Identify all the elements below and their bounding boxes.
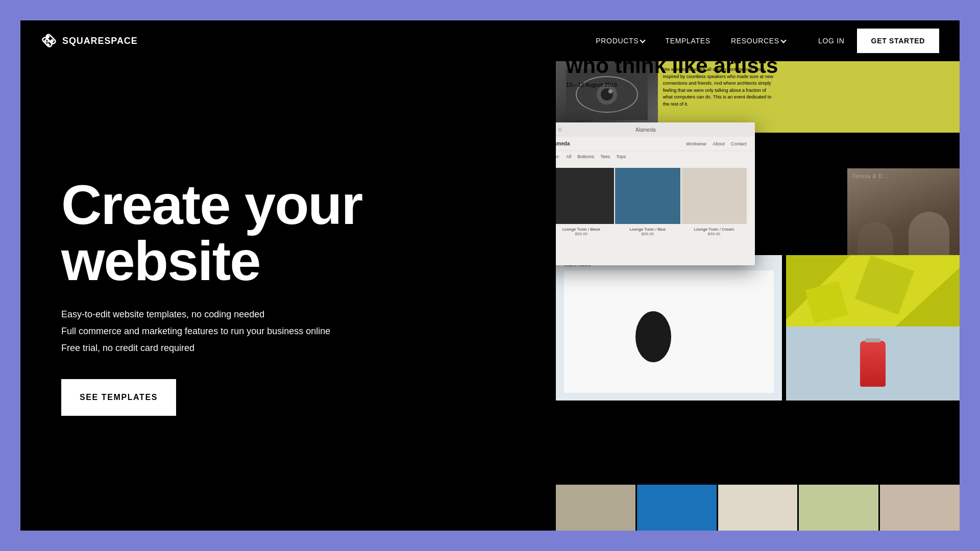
templates-nav[interactable]: TEMPLATES — [665, 37, 710, 45]
filter-all: All — [566, 154, 571, 159]
filter-tees: Tees — [600, 154, 610, 159]
soda-preview — [786, 327, 960, 400]
product-cream-name: Lounge Tunic / Cream — [694, 227, 734, 232]
bottom-preview-5 — [880, 485, 960, 531]
product-black: Lounge Tunic / Black $56.00 — [556, 168, 614, 236]
product-black-price: $56.00 — [575, 232, 587, 236]
shop-nav-workwear: Workwear — [686, 141, 706, 146]
product-blue: Lounge Tunic / Blue $56.00 — [615, 168, 680, 236]
filter-bottoms: Bottoms — [577, 154, 594, 159]
hero-feature-1: Easy-to-edit website templates, no codin… — [61, 309, 543, 320]
resources-nav[interactable]: RESOURCES — [731, 37, 786, 45]
bottom-preview-1 — [556, 485, 635, 531]
bottom-preview-4 — [799, 485, 878, 531]
product-cream-image — [681, 168, 747, 224]
logo[interactable]: SQUARESPACE — [41, 33, 138, 49]
resources-chevron-icon — [780, 37, 786, 43]
login-button[interactable]: LOG IN — [806, 29, 857, 53]
svg-point-6 — [635, 311, 671, 362]
brand-name: SQUARESPACE — [62, 36, 138, 46]
product-cream-price: $56.00 — [708, 232, 720, 236]
shop-template-titlebar: Alameda — [556, 122, 755, 137]
hero-feature-2: Full commerce and marketing features to … — [61, 326, 543, 337]
nav-actions: LOG IN GET STARTED — [806, 29, 939, 53]
main-container: SQUARESPACE PRODUCTS TEMPLATES RESOURCES… — [20, 20, 960, 531]
get-started-button[interactable]: GET STARTED — [857, 29, 939, 53]
template-window-title: Alameda — [568, 127, 723, 133]
window-controls — [556, 128, 562, 132]
hero-title: Create your website — [61, 177, 543, 289]
design-event-date: 10—12 August 2019 — [566, 82, 949, 88]
products-nav[interactable]: PRODUCTS — [596, 37, 645, 45]
squarespace-logo-icon — [41, 33, 57, 49]
shop-brand-name: Alameda — [556, 141, 570, 146]
filter-label: Filter: — [556, 154, 560, 159]
svg-point-4 — [608, 89, 612, 93]
hero-features: Easy-to-edit website templates, no codin… — [61, 309, 543, 354]
products-chevron-icon — [640, 37, 646, 43]
product-cream: Lounge Tunic / Cream $56.00 — [681, 168, 747, 236]
product-blue-image — [615, 168, 680, 224]
mark-novo-artwork — [564, 270, 774, 393]
yellow-geo-preview — [786, 255, 960, 327]
dot-green — [558, 128, 562, 132]
filter-tops: Tops — [616, 154, 626, 159]
nav-links: PRODUCTS TEMPLATES RESOURCES — [596, 37, 786, 45]
shop-nav: Alameda Workwear About Contact — [556, 137, 755, 151]
right-panel: event for designerswho think like artist… — [556, 20, 960, 531]
bottom-preview-2 — [637, 485, 717, 531]
shop-filters: Filter: All Bottoms Tees Tops — [556, 151, 755, 163]
shop-nav-contact: Contact — [731, 141, 747, 146]
shop-template-card: Alameda Alameda Workwear About Contact F… — [556, 122, 755, 265]
hero-feature-3: Free trial, no credit card required — [61, 343, 543, 354]
bottom-previews — [556, 485, 960, 531]
shop-products: Lounge Tunic / Black $56.00 Lounge Tunic… — [556, 163, 755, 241]
product-blue-name: Lounge Tunic / Blue — [629, 227, 666, 232]
bottom-preview-3 — [718, 485, 798, 531]
soda-can-image — [860, 341, 886, 387]
yellow-geo-svg — [786, 255, 960, 327]
mark-novo-preview: Mark Novo — [556, 255, 782, 400]
hero-section: Create your website Easy-to-edit website… — [20, 61, 584, 531]
see-templates-button[interactable]: SEE TEMPLATES — [61, 379, 176, 416]
shop-nav-about: About — [713, 141, 725, 146]
product-blue-price: $56.00 — [642, 232, 654, 236]
product-black-name: Lounge Tunic / Black — [562, 227, 600, 232]
navbar: SQUARESPACE PRODUCTS TEMPLATES RESOURCES… — [20, 20, 960, 61]
artwork-svg — [618, 291, 720, 372]
product-black-image — [556, 168, 614, 224]
